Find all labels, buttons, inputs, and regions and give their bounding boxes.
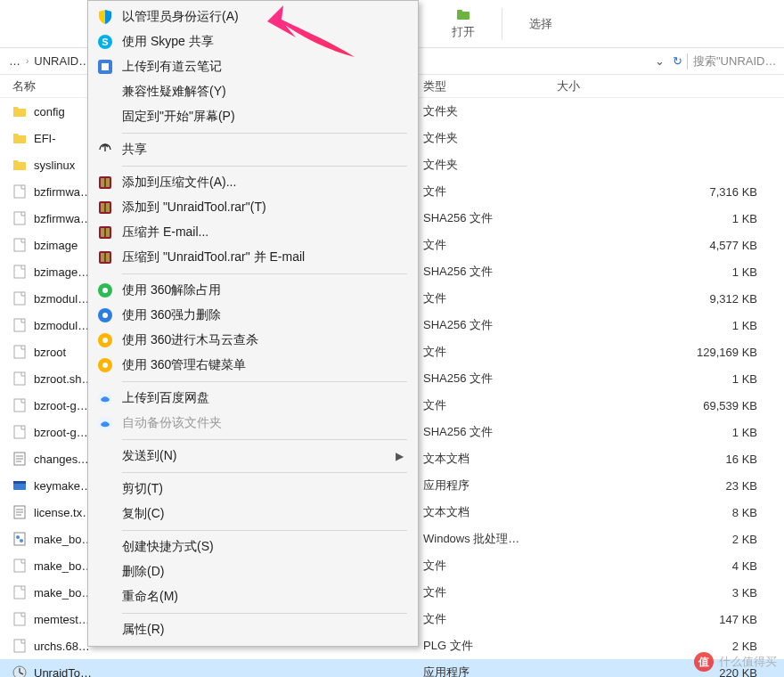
menu-item[interactable]: 兼容性疑难解答(Y) bbox=[90, 79, 416, 104]
header-type[interactable]: 类型 bbox=[423, 78, 557, 94]
menu-item[interactable]: 上传到百度网盘 bbox=[90, 386, 416, 411]
blank-icon bbox=[97, 564, 113, 580]
file-name: make_bo… bbox=[34, 559, 93, 573]
file-size: 7,316 KB bbox=[557, 185, 784, 199]
file-name: bzimage… bbox=[34, 265, 89, 279]
file-size: 129,169 KB bbox=[557, 346, 784, 359]
menu-separator bbox=[122, 133, 407, 134]
file-icon bbox=[12, 238, 27, 252]
breadcrumb[interactable]: UNRAID… bbox=[29, 54, 95, 68]
file-type: SHA256 文件 bbox=[423, 424, 557, 440]
menu-item-label: 删除(D) bbox=[122, 564, 404, 580]
file-icon bbox=[12, 184, 27, 199]
search-placeholder: 搜索"UNRAID… bbox=[693, 54, 776, 68]
menu-separator bbox=[122, 439, 407, 440]
360b-icon bbox=[97, 307, 113, 323]
context-menu: 以管理员身份运行(A)S使用 Skype 共享上传到有道云笔记兼容性疑难解答(Y… bbox=[87, 0, 419, 647]
rar-icon bbox=[97, 200, 113, 216]
file-name: syslinux bbox=[34, 159, 75, 172]
menu-item[interactable]: 共享 bbox=[90, 137, 416, 162]
menu-item[interactable]: 属性(R) bbox=[90, 617, 416, 642]
folder-icon bbox=[12, 158, 27, 172]
menu-item[interactable]: 以管理员身份运行(A) bbox=[90, 4, 416, 29]
open-action[interactable]: 打开 bbox=[432, 8, 494, 40]
svg-rect-2 bbox=[14, 185, 25, 198]
svg-rect-22 bbox=[14, 533, 25, 545]
file-name: urchs.68… bbox=[34, 640, 90, 653]
menu-item[interactable]: 复制(C) bbox=[90, 502, 416, 526]
menu-item[interactable]: 使用 360强力删除 bbox=[90, 303, 416, 328]
file-name: bzroot bbox=[34, 346, 66, 359]
menu-item: 自动备份该文件夹 bbox=[90, 411, 416, 436]
refresh-icon[interactable]: ↻ bbox=[667, 54, 687, 68]
blank-icon bbox=[97, 622, 113, 638]
menu-item-label: 共享 bbox=[122, 142, 404, 158]
file-size: 2 KB bbox=[557, 640, 784, 653]
file-type: Windows 批处理… bbox=[423, 531, 557, 547]
menu-item[interactable]: 使用 360进行木马云查杀 bbox=[90, 328, 416, 353]
file-icon bbox=[12, 639, 27, 653]
menu-item[interactable]: 发送到(N)▶ bbox=[90, 444, 416, 469]
menu-item[interactable]: 使用 360解除占用 bbox=[90, 278, 416, 303]
file-type: 文件 bbox=[423, 184, 557, 200]
menu-item[interactable]: 添加到压缩文件(A)... bbox=[90, 170, 416, 195]
menu-item[interactable]: 固定到"开始"屏幕(P) bbox=[90, 104, 416, 129]
file-name: bzroot-g… bbox=[34, 399, 88, 412]
file-size: 8 KB bbox=[557, 506, 784, 519]
file-icon bbox=[12, 612, 27, 626]
menu-item[interactable]: S使用 Skype 共享 bbox=[90, 29, 416, 54]
menu-item[interactable]: 添加到 "UnraidTool.rar"(T) bbox=[90, 195, 416, 220]
blank-icon bbox=[97, 506, 113, 522]
file-icon bbox=[12, 291, 27, 306]
menu-separator bbox=[122, 273, 407, 274]
menu-item[interactable]: 压缩到 "UnraidTool.rar" 并 E-mail bbox=[90, 245, 416, 270]
address-dropdown[interactable]: ⌄ bbox=[651, 54, 667, 68]
file-name: config bbox=[34, 105, 65, 118]
menu-item-label: 上传到有道云笔记 bbox=[122, 59, 404, 75]
menu-item[interactable]: 删除(D) bbox=[90, 559, 416, 584]
menu-item[interactable]: 压缩并 E-mail... bbox=[90, 220, 416, 245]
breadcrumb[interactable]: … bbox=[4, 54, 26, 68]
file-type: SHA256 文件 bbox=[423, 371, 557, 387]
share-icon bbox=[97, 142, 113, 158]
file-name: license.tx… bbox=[34, 506, 94, 519]
rar-icon bbox=[97, 249, 113, 265]
menu-item[interactable]: 创建快捷方式(S) bbox=[90, 534, 416, 559]
file-icon bbox=[12, 425, 27, 439]
table-row[interactable]: UnraidTo…应用程序220 KB bbox=[0, 659, 784, 677]
txt-icon bbox=[12, 452, 27, 466]
file-icon bbox=[12, 211, 27, 225]
menu-item[interactable]: 剪切(T) bbox=[90, 477, 416, 502]
blank-icon bbox=[97, 481, 113, 497]
menu-item[interactable]: 重命名(M) bbox=[90, 584, 416, 609]
file-type: 文本文档 bbox=[423, 451, 557, 467]
file-type: 文件 bbox=[423, 397, 557, 413]
file-name: bzmodul… bbox=[34, 319, 89, 332]
select-action[interactable]: 选择 bbox=[510, 16, 572, 32]
360y-icon bbox=[97, 357, 113, 373]
search-input[interactable]: 搜索"UNRAID… bbox=[687, 53, 780, 69]
file-size: 9,312 KB bbox=[557, 292, 784, 306]
menu-item[interactable]: 上传到有道云笔记 bbox=[90, 54, 416, 79]
skype-icon: S bbox=[97, 34, 113, 50]
file-type: 文件 bbox=[423, 237, 557, 253]
file-size: 4,577 KB bbox=[557, 239, 784, 252]
file-size: 1 KB bbox=[557, 372, 784, 386]
svg-rect-0 bbox=[457, 12, 470, 20]
folder-icon bbox=[12, 104, 27, 118]
file-name: changes.… bbox=[34, 453, 93, 466]
file-type: SHA256 文件 bbox=[423, 317, 557, 333]
menu-separator bbox=[122, 381, 407, 382]
chevron-right-icon: ▶ bbox=[396, 450, 404, 462]
file-icon bbox=[12, 585, 27, 600]
file-name: memtest… bbox=[34, 613, 90, 626]
menu-item[interactable]: 使用 360管理右键菜单 bbox=[90, 353, 416, 378]
file-type: 文件 bbox=[423, 558, 557, 574]
rar-icon bbox=[97, 224, 113, 241]
file-size: 1 KB bbox=[557, 319, 784, 332]
header-size[interactable]: 大小 bbox=[557, 78, 784, 94]
file-name: EFI- bbox=[34, 132, 56, 145]
file-icon bbox=[12, 371, 27, 386]
menu-item-label: 属性(R) bbox=[122, 622, 404, 638]
file-size: 1 KB bbox=[557, 265, 784, 279]
